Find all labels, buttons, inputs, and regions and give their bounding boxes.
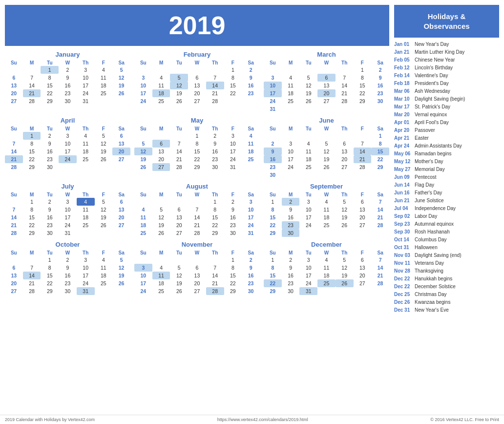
table-row: 25 [77, 221, 95, 229]
th-f: F [95, 126, 113, 132]
table-row: 2 [282, 256, 300, 264]
table-row: 27 [354, 221, 372, 229]
table-row: 19 [170, 89, 188, 97]
month-table-december: Su M Tu W Th F Sa 1 2 3 4 5 6 [264, 250, 389, 295]
table-row: 23 [224, 221, 242, 229]
holiday-date: Jun 16 [394, 189, 413, 196]
table-row: 17 [282, 155, 300, 163]
table-row: 15 [264, 272, 282, 279]
holiday-name: Hanukkah begins [415, 275, 452, 282]
table-row: 7 [206, 74, 224, 82]
holiday-name: President's Day [415, 80, 449, 87]
th-th: Th [77, 191, 95, 198]
table-row: 6 [188, 264, 206, 272]
table-row: 3 [299, 256, 317, 264]
table-row: 3 [299, 198, 317, 206]
table-row: 30 [41, 163, 59, 171]
table-row: 23 [59, 89, 77, 97]
th-sa: Sa [242, 191, 260, 198]
table-row [23, 256, 41, 264]
table-row [188, 66, 206, 74]
table-row: 26 [299, 97, 317, 105]
th-w: W [317, 250, 336, 256]
th-f: F [95, 60, 113, 66]
holiday-name: Ramadan begins [415, 150, 452, 157]
th-w: W [188, 126, 206, 132]
table-row: 7 [336, 74, 354, 82]
table-row: 1 [41, 66, 59, 74]
table-row: 27 [354, 279, 372, 287]
table-row: 20 [112, 148, 130, 155]
holiday-name: Veterans Day [415, 259, 444, 267]
th-w: W [188, 60, 206, 66]
table-row: 29 [206, 229, 224, 237]
table-row: 1 [264, 256, 282, 264]
th-m: M [23, 191, 41, 198]
holiday-date: May 27 [394, 166, 413, 173]
table-row: 2 [242, 66, 260, 74]
table-row: 18 [77, 148, 95, 155]
table-row [170, 256, 188, 264]
month-table-september: Su M Tu W Th F Sa 1 2 3 4 5 6 [264, 191, 389, 237]
th-sa: Sa [242, 250, 260, 256]
month-title-august: August [134, 183, 260, 190]
table-row: 12 [299, 82, 317, 89]
month-title-june: June [264, 117, 389, 124]
table-row: 21 [206, 279, 224, 287]
table-row: 13 [112, 206, 130, 213]
table-row [95, 97, 113, 105]
table-row: 27 [5, 97, 23, 105]
table-row: 11 [317, 264, 336, 272]
table-row [170, 66, 188, 74]
th-w: W [188, 250, 206, 256]
table-row: 25 [152, 97, 170, 105]
table-row: 4 [152, 74, 170, 82]
holiday-name: Martin Luther King Day [415, 48, 464, 56]
holiday-date: Nov 11 [394, 259, 413, 267]
list-item: Dec 22December Solstice [394, 283, 499, 290]
holiday-name: Daylight Saving (end) [415, 252, 462, 259]
table-row: 2 [371, 66, 389, 74]
table-row [134, 198, 152, 206]
main-container: 2019 January Su M Tu W Th F Sa [0, 0, 504, 413]
month-table-may: Su M Tu W Th F Sa 1 2 3 [134, 126, 260, 171]
th-w: W [317, 191, 336, 198]
table-row: 2 [41, 132, 59, 140]
table-row: 11 [282, 82, 300, 89]
table-row: 7 [5, 206, 23, 213]
holiday-date: May 06 [394, 150, 413, 157]
holiday-date: Nov 28 [394, 267, 413, 275]
holiday-name: Easter [415, 134, 429, 142]
th-m: M [282, 126, 300, 132]
table-row: 5 [134, 140, 152, 148]
table-row: 8 [264, 206, 282, 213]
list-item: Feb 12Lincoln's Birthday [394, 64, 499, 71]
table-row: 26 [170, 97, 188, 105]
table-row: 5 [299, 74, 317, 82]
table-row: 28 [188, 229, 206, 237]
holiday-date: Nov 03 [394, 252, 413, 259]
table-row: 26 [170, 287, 188, 295]
table-row [95, 163, 113, 171]
th-w: W [59, 126, 77, 132]
table-row: 16 [59, 82, 77, 89]
holiday-date: Jun 21 [394, 197, 413, 204]
table-row: 13 [354, 206, 372, 213]
table-row: 25 [242, 155, 260, 163]
holiday-name: Valentine's Day [415, 72, 448, 79]
table-row [282, 171, 300, 179]
list-item: Apr 01April Fool's Day [394, 119, 499, 126]
table-row: 10 [242, 206, 260, 213]
table-row: 3 [77, 66, 95, 74]
list-item: Mar 17St. Patrick's Day [394, 103, 499, 110]
table-row: 30 [41, 229, 59, 237]
table-row: 26 [95, 155, 113, 163]
table-row: 27 [188, 287, 206, 295]
holiday-date: Apr 20 [394, 127, 413, 134]
table-row: 10 [134, 272, 152, 279]
table-row: 21 [371, 213, 389, 221]
table-row: 27 [112, 221, 130, 229]
table-row: 29 [371, 163, 389, 171]
footer-center: https://www.vertex42.com/calendars/2019.… [217, 417, 308, 422]
th-su: Su [134, 191, 152, 198]
